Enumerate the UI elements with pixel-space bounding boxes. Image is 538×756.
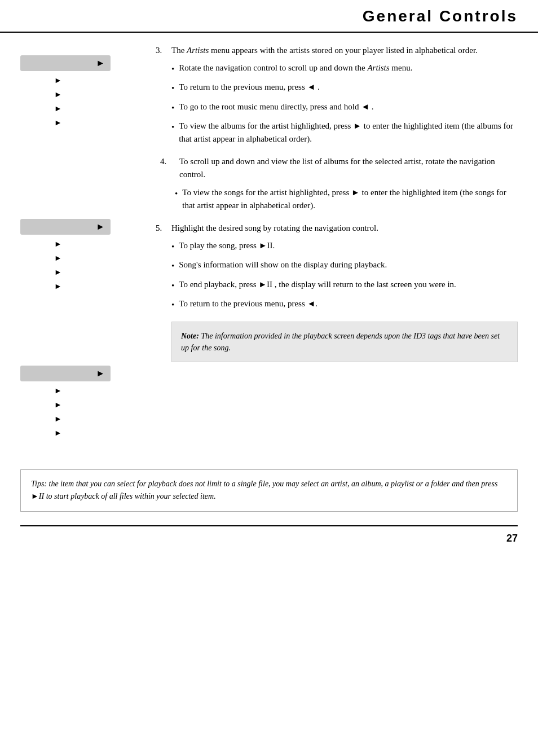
note-label: Note: [181, 332, 199, 340]
list-item: • Rotate the navigation control to scrol… [171, 61, 518, 76]
page-number: 27 [506, 533, 518, 544]
step-3: 3. The Artists menu appears with the art… [156, 44, 518, 145]
list-item: • Song's information will show on the di… [171, 258, 518, 272]
device-arrow-2: ► [96, 222, 105, 231]
menu-arrow-icon: ► [54, 385, 62, 397]
list-item: 4. To scroll up and down and view the li… [160, 155, 518, 181]
list-item: • To view the songs for the artist highl… [160, 186, 518, 212]
list-item: ► [54, 399, 62, 411]
bullet-icon: • [171, 260, 174, 272]
menu-arrow-icon: ► [54, 74, 62, 86]
bullet-icon: • [171, 102, 174, 115]
bullet-icon: • [171, 240, 174, 253]
tips-text: Tips: the item that you can select for p… [31, 480, 497, 500]
list-item: • To view the albums for the artist high… [171, 120, 518, 145]
list-item: ► [54, 117, 62, 129]
step-4: 4. To scroll up and down and view the li… [156, 155, 518, 212]
page-header: General Controls [0, 0, 538, 33]
text-column: 3. The Artists menu appears with the art… [144, 44, 518, 456]
list-item: ► [54, 266, 62, 278]
tips-box: Tips: the item that you can select for p… [20, 469, 518, 512]
device-diagram-3: ► ► ► ► ► [20, 366, 144, 439]
bullet-text: Rotate the navigation control to scroll … [179, 61, 412, 74]
bullet-text: Song's information will show on the disp… [179, 258, 387, 271]
list-item: ► [54, 280, 62, 292]
step-4-bullets: 4. To scroll up and down and view the li… [160, 155, 518, 212]
menu-arrow-icon: ► [54, 117, 62, 129]
menu-items-1: ► ► ► ► [54, 74, 62, 129]
list-item: • To return to the previous menu, press … [171, 297, 518, 311]
bullet-icon: • [171, 82, 174, 95]
bullet-text: To play the song, press ►II. [179, 239, 275, 252]
step-3-intro: The Artists menu appears with the artist… [171, 44, 478, 57]
step-5-number: 5. [156, 222, 167, 235]
step-5-header: 5. Highlight the desired song by rotatin… [156, 222, 518, 235]
bullet-icon: • [171, 298, 174, 311]
step-3-bullets: • Rotate the navigation control to scrol… [171, 61, 518, 146]
bullet-icon: • [171, 121, 174, 134]
list-item: • To play the song, press ►II. [171, 239, 518, 253]
bullet-text: To go to the root music menu directly, p… [179, 100, 373, 113]
bullet-text: To return to the previous menu, press ◄ … [179, 81, 320, 94]
device-box-1: ► [20, 55, 111, 71]
bullet-icon: • [171, 63, 174, 76]
step-3-header: 3. The Artists menu appears with the art… [156, 44, 518, 57]
menu-arrow-icon: ► [54, 103, 62, 115]
bullet-text: To view the albums for the artist highli… [179, 120, 518, 145]
step-5-bullets: • To play the song, press ►II. • Song's … [171, 239, 518, 311]
device-arrow-3: ► [96, 369, 105, 378]
menu-arrow-icon: ► [54, 280, 62, 292]
device-diagram-1: ► ► ► ► ► [20, 55, 144, 129]
menu-arrow-icon: ► [54, 399, 62, 411]
bullet-text: To end playback, press ►II , the display… [179, 278, 456, 291]
note-box: Note: The information provided in the pl… [171, 322, 518, 362]
menu-arrow-icon: ► [54, 252, 62, 264]
menu-arrow-icon: ► [54, 238, 62, 250]
page-footer: 27 [20, 525, 518, 546]
page-title: General Controls [20, 5, 518, 28]
step-5: 5. Highlight the desired song by rotatin… [156, 222, 518, 311]
bullet-icon: • [171, 279, 174, 292]
menu-arrow-icon: ► [54, 427, 62, 439]
list-item: ► [54, 427, 62, 439]
bullet-text: To return to the previous menu, press ◄. [179, 297, 317, 310]
bullet-text: To view the songs for the artist highlig… [182, 186, 518, 212]
list-item: ► [54, 385, 62, 397]
device-diagram-2: ► ► ► ► ► [20, 219, 144, 292]
step-5-intro: Highlight the desired song by rotating t… [171, 222, 378, 235]
menu-arrow-icon: ► [54, 89, 62, 100]
bullet-text: To scroll up and down and view the list … [179, 155, 518, 181]
list-item: ► [54, 103, 62, 115]
list-item: ► [54, 252, 62, 264]
device-box-2: ► [20, 219, 111, 235]
menu-arrow-icon: ► [54, 413, 62, 425]
list-item: ► [54, 238, 62, 250]
step-4-number: 4. [160, 155, 175, 168]
menu-arrow-icon: ► [54, 266, 62, 278]
list-item: ► [54, 74, 62, 86]
device-box-3: ► [20, 366, 111, 381]
step-3-number: 3. [156, 44, 167, 57]
diagrams-column: ► ► ► ► ► ► ► ► ► ► ► [20, 44, 144, 456]
menu-items-3: ► ► ► ► [54, 385, 62, 439]
list-item: • To return to the previous menu, press … [171, 81, 518, 95]
menu-items-2: ► ► ► ► [54, 238, 62, 292]
bullet-icon: • [175, 187, 178, 200]
list-item: ► [54, 413, 62, 425]
device-arrow-1: ► [96, 59, 105, 68]
list-item: • To end playback, press ►II , the displ… [171, 278, 518, 292]
list-item: ► [54, 89, 62, 100]
note-text: The information provided in the playback… [181, 332, 500, 352]
list-item: • To go to the root music menu directly,… [171, 100, 518, 115]
